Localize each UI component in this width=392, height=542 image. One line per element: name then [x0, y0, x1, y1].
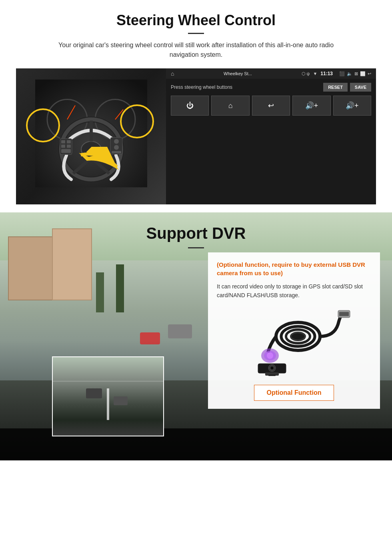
reset-button[interactable]: RESET	[323, 83, 348, 92]
yellow-arrow	[77, 147, 125, 180]
svg-rect-10	[67, 140, 71, 144]
wifi-icon: ▼	[313, 71, 317, 76]
android-statusbar: ⌂ Wheelkey St... ⬡ ψ ▼ 11:13 ⬛ 🔈 ⊠ ⬜ ↩	[166, 68, 376, 79]
svg-rect-12	[67, 145, 71, 148]
usb-icon: ⬡ ψ	[302, 71, 310, 76]
android-instruction-row: Press steering wheel buttons RESET SAVE	[171, 83, 371, 92]
vol-down-control-btn[interactable]: 🔊+	[333, 96, 371, 116]
optional-function-button[interactable]: Optional Function	[254, 385, 334, 401]
highlight-circle-right	[120, 104, 154, 138]
steering-title: Steering Wheel Control	[16, 12, 376, 29]
photo-car-1	[86, 388, 102, 398]
svg-point-30	[267, 352, 273, 359]
power-control-btn[interactable]: ⏻	[171, 96, 209, 116]
back-control-btn[interactable]: ↩	[252, 96, 290, 116]
svg-point-36	[271, 367, 273, 369]
save-button[interactable]: SAVE	[350, 83, 371, 92]
horizon-line	[53, 381, 163, 382]
svg-rect-11	[61, 145, 65, 148]
android-content: Press steering wheel buttons RESET SAVE …	[166, 79, 376, 120]
dvr-description: It can record video only to storage in G…	[217, 282, 371, 300]
back-icon: ↩	[368, 71, 371, 76]
status-time: 11:13	[320, 71, 333, 76]
steering-subtitle: Your original car's steering wheel contr…	[56, 40, 336, 60]
mute-icon: ⊠	[354, 71, 358, 76]
photo-car-2	[114, 396, 128, 405]
control-buttons-row: ⏻ ⌂ ↩ 🔊+ 🔊+	[171, 96, 371, 116]
svg-rect-27	[339, 312, 349, 316]
android-ui-panel: ⌂ Wheelkey St... ⬡ ψ ▼ 11:13 ⬛ 🔈 ⊠ ⬜ ↩ P…	[166, 68, 376, 204]
instruction-text: Press steering wheel buttons	[171, 84, 232, 90]
svg-rect-13	[61, 149, 71, 153]
dvr-body: (Optional function, require to buy exter…	[0, 260, 392, 448]
vol-up-control-btn[interactable]: 🔊+	[292, 96, 330, 116]
steering-wheel-section: Steering Wheel Control Your original car…	[0, 0, 392, 212]
dvr-optional-note: (Optional function, require to buy exter…	[217, 260, 371, 277]
screen-icon: ⬜	[360, 71, 366, 76]
dvr-section: Support DVR (Optional function, require …	[0, 212, 392, 460]
highlight-circle-left	[26, 108, 60, 142]
steering-image-container: ⌂ Wheelkey St... ⬡ ψ ▼ 11:13 ⬛ 🔈 ⊠ ⬜ ↩ P…	[16, 68, 376, 204]
road-marking	[107, 388, 109, 420]
camera-icon: ⬛	[339, 71, 345, 76]
status-icons: ⬛ 🔈 ⊠ ⬜ ↩	[339, 71, 371, 76]
app-title-text: Wheelkey St...	[177, 71, 298, 76]
volume-icon: 🔈	[347, 71, 352, 76]
dvr-camera-image	[217, 306, 371, 378]
dvr-road-photo	[52, 356, 164, 436]
dvr-title-divider	[188, 247, 204, 248]
svg-rect-9	[61, 140, 65, 144]
svg-rect-33	[268, 374, 276, 376]
dvr-info-panel: (Optional function, require to buy exter…	[208, 252, 380, 409]
steering-photo	[16, 68, 166, 204]
action-buttons: RESET SAVE	[323, 83, 371, 92]
title-divider	[188, 33, 204, 34]
home-icon: ⌂	[171, 70, 174, 77]
dvr-title-area: Support DVR	[0, 212, 392, 256]
svg-point-25	[291, 332, 305, 340]
home-control-btn[interactable]: ⌂	[211, 96, 249, 116]
dvr-title: Support DVR	[0, 224, 392, 242]
svg-point-15	[114, 139, 119, 144]
